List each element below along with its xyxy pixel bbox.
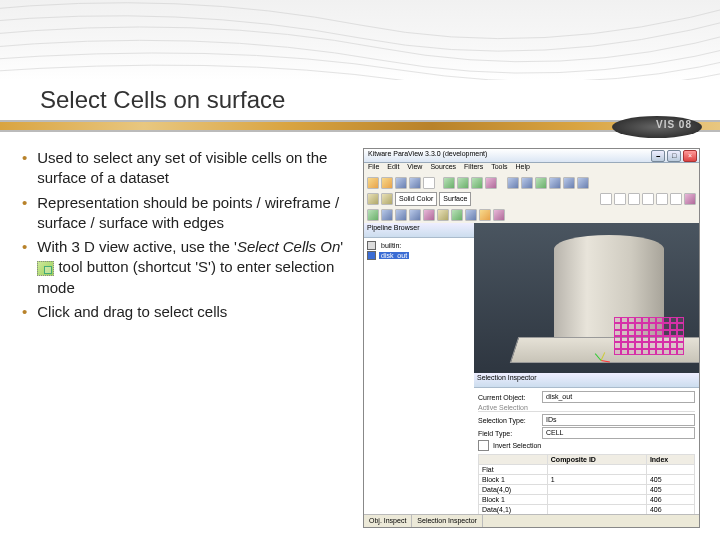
filter-threshold-icon[interactable] xyxy=(423,209,435,221)
connect-icon[interactable] xyxy=(395,177,407,189)
filter-calc-icon[interactable] xyxy=(367,209,379,221)
render-view-3d[interactable] xyxy=(474,223,699,374)
table-cell: Flat xyxy=(479,465,548,475)
bullet-item: •Click and drag to select cells xyxy=(20,302,355,322)
select-cells-icon[interactable] xyxy=(443,177,455,189)
select-points-icon[interactable] xyxy=(457,177,469,189)
axis-x-minus-icon[interactable] xyxy=(614,193,626,205)
filter-extract-icon[interactable] xyxy=(437,209,449,221)
table-cell: 406 xyxy=(646,505,694,515)
menu-item[interactable]: Sources xyxy=(430,163,456,175)
play-icon[interactable] xyxy=(535,177,547,189)
disconnect-icon[interactable] xyxy=(409,177,421,189)
axis-y-plus-icon[interactable] xyxy=(628,193,640,205)
reset-camera-icon[interactable] xyxy=(684,193,696,205)
visibility-icon[interactable] xyxy=(367,251,376,260)
rescale-icon[interactable] xyxy=(381,193,393,205)
menu-item[interactable]: Help xyxy=(515,163,529,175)
menu-item[interactable]: View xyxy=(407,163,422,175)
axis-z-minus-icon[interactable] xyxy=(670,193,682,205)
maximize-icon[interactable]: □ xyxy=(667,150,681,162)
axis-y-minus-icon[interactable] xyxy=(642,193,654,205)
bullet-text: With 3 D view active, use the 'Select Ce… xyxy=(37,237,355,298)
toolbar-row-1[interactable] xyxy=(364,175,699,192)
menu-item[interactable]: Edit xyxy=(387,163,399,175)
table-row[interactable]: Data(4,0)405 xyxy=(479,485,695,495)
play-last-icon[interactable] xyxy=(563,177,575,189)
filter-glyph-icon[interactable] xyxy=(451,209,463,221)
filter-slice-icon[interactable] xyxy=(409,209,421,221)
filter-contour-icon[interactable] xyxy=(381,209,393,221)
table-cell: Data(4,1) xyxy=(479,505,548,515)
filter-clip-icon[interactable] xyxy=(395,209,407,221)
pipeline-item[interactable]: disk_out xyxy=(367,251,471,260)
select-cells-on-tool-icon xyxy=(37,261,54,276)
filter-group-icon[interactable] xyxy=(493,209,505,221)
filter-warp-icon[interactable] xyxy=(479,209,491,221)
selection-type-dropdown[interactable]: IDs xyxy=(542,414,695,426)
play-fwd-icon[interactable] xyxy=(549,177,561,189)
invert-selection-checkbox[interactable] xyxy=(478,440,489,451)
axis-x-plus-icon[interactable] xyxy=(600,193,612,205)
filter-stream-icon[interactable] xyxy=(465,209,477,221)
table-cell: 405 xyxy=(646,485,694,495)
menu-item[interactable]: Filters xyxy=(464,163,483,175)
active-selection-label: Active Selection xyxy=(478,404,528,411)
bullet-text: Used to select any set of visible cells … xyxy=(37,148,355,189)
select-frustum-icon[interactable] xyxy=(471,177,483,189)
pipeline-item-label: disk_out xyxy=(379,252,409,259)
statusbar: Obj. InspectSelection Inspector xyxy=(364,514,699,527)
field-type-dropdown[interactable]: CELL xyxy=(542,427,695,439)
color-icon[interactable] xyxy=(367,193,379,205)
paraview-screenshot: Kitware ParaView 3.3.0 (development) ‒ □… xyxy=(363,148,700,528)
orientation-axes-icon xyxy=(592,351,610,369)
selection-inspector[interactable]: Selection Inspector Current Object: disk… xyxy=(474,373,699,515)
table-cell: 405 xyxy=(646,475,694,485)
loop-icon[interactable] xyxy=(577,177,589,189)
selected-cells-highlight xyxy=(614,317,684,355)
visibility-icon[interactable] xyxy=(367,241,376,250)
help-icon[interactable] xyxy=(423,177,435,189)
toolbar-row-3[interactable] xyxy=(364,207,699,224)
field-type-label: Field Type: xyxy=(478,430,538,437)
menu-item[interactable]: Tools xyxy=(491,163,507,175)
play-first-icon[interactable] xyxy=(507,177,519,189)
bullet-list: •Used to select any set of visible cells… xyxy=(20,148,355,528)
table-row[interactable]: Flat xyxy=(479,465,695,475)
status-tab[interactable]: Obj. Inspect xyxy=(364,515,412,527)
bullet-dot-icon: • xyxy=(22,237,27,298)
save-icon[interactable] xyxy=(381,177,393,189)
selection-inspector-header: Selection Inspector xyxy=(474,373,699,388)
pipeline-browser-header: Pipeline Browser xyxy=(364,223,474,238)
menubar[interactable]: FileEditViewSourcesFiltersToolsHelp xyxy=(364,163,699,175)
toolbar-row-2[interactable]: Solid Color Surface xyxy=(364,191,699,208)
open-icon[interactable] xyxy=(367,177,379,189)
close-icon[interactable]: × xyxy=(683,150,697,162)
bullet-text: Representation should be points / wirefr… xyxy=(37,193,355,234)
axis-z-plus-icon[interactable] xyxy=(656,193,668,205)
pipeline-item[interactable]: builtin: xyxy=(367,241,471,250)
table-cell: Data(4,0) xyxy=(479,485,548,495)
table-header-cell xyxy=(479,455,548,465)
table-row[interactable]: Data(4,1)406 xyxy=(479,505,695,515)
coloring-dropdown[interactable]: Solid Color xyxy=(395,192,437,206)
play-back-icon[interactable] xyxy=(521,177,533,189)
select-block-icon[interactable] xyxy=(485,177,497,189)
window-titlebar: Kitware ParaView 3.3.0 (development) xyxy=(364,149,699,163)
representation-dropdown[interactable]: Surface xyxy=(439,192,471,206)
table-cell xyxy=(547,495,646,505)
slide-title: Select Cells on surface xyxy=(40,86,285,114)
minimize-icon[interactable]: ‒ xyxy=(651,150,665,162)
current-object-dropdown[interactable]: disk_out xyxy=(542,391,695,403)
background-flow-lines xyxy=(0,0,720,80)
pipeline-browser[interactable]: Pipeline Browser builtin:disk_out xyxy=(364,223,475,515)
bullet-item: •Used to select any set of visible cells… xyxy=(20,148,355,189)
invert-selection-label: Invert Selection xyxy=(493,442,541,449)
bullet-dot-icon: • xyxy=(22,148,27,189)
bullet-item: •With 3 D view active, use the 'Select C… xyxy=(20,237,355,298)
selection-type-label: Selection Type: xyxy=(478,417,538,424)
table-row[interactable]: Block 1406 xyxy=(479,495,695,505)
menu-item[interactable]: File xyxy=(368,163,379,175)
status-tab[interactable]: Selection Inspector xyxy=(412,515,483,527)
table-row[interactable]: Block 11405 xyxy=(479,475,695,485)
